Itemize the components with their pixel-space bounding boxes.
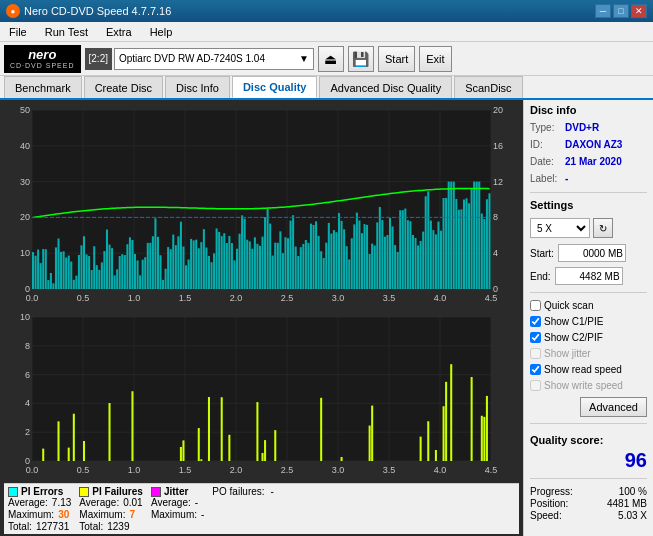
jitter-color	[151, 487, 161, 497]
show-write-speed-row: Show write speed	[530, 380, 647, 391]
label-label: Label:	[530, 172, 562, 186]
jitter-label: Jitter	[164, 486, 188, 497]
pi-failures-stat: PI Failures Average:0.01 Maximum:7 Total…	[79, 486, 143, 532]
tab-disc-info[interactable]: Disc Info	[165, 76, 230, 98]
speed-setting: 5 X Max 1 X 2 X 4 X 8 X ↻	[530, 218, 647, 238]
disc-info-title: Disc info	[530, 104, 647, 116]
app-icon: ●	[6, 4, 20, 18]
pif-avg-label: Average:	[79, 497, 119, 508]
pi-max-label: Maximum:	[8, 509, 54, 520]
show-write-speed-checkbox[interactable]	[530, 380, 541, 391]
pi-avg-label: Average:	[8, 497, 48, 508]
start-button[interactable]: Start	[378, 46, 415, 72]
jitter-avg-val: -	[195, 497, 198, 508]
drive-name: Optiarc DVD RW AD-7240S 1.04	[119, 53, 265, 64]
show-read-speed-checkbox[interactable]	[530, 364, 541, 375]
tab-advanced-disc-quality[interactable]: Advanced Disc Quality	[319, 76, 452, 98]
pif-total-val: 1239	[107, 521, 129, 532]
chart-area: PI Errors Average:7.13 Maximum:30 Total:…	[0, 100, 523, 536]
pif-avg-val: 0.01	[123, 497, 142, 508]
quality-score-value: 96	[530, 449, 647, 472]
end-label: End:	[530, 271, 551, 282]
pi-failures-label: PI Failures	[92, 486, 143, 497]
tab-scan-disc[interactable]: ScanDisc	[454, 76, 522, 98]
pi-failures-color	[79, 487, 89, 497]
nero-logo-sub: CD·DVD SPEED	[10, 62, 75, 70]
progress-label: Progress:	[530, 486, 573, 497]
menu-run-test[interactable]: Run Test	[40, 24, 93, 40]
minimize-button[interactable]: ─	[595, 4, 611, 18]
quality-score-label: Quality score:	[530, 434, 647, 446]
po-label: PO failures:	[212, 486, 264, 497]
quick-scan-checkbox[interactable]	[530, 300, 541, 311]
position-label: Position:	[530, 498, 568, 509]
speed-select[interactable]: 5 X Max 1 X 2 X 4 X 8 X	[530, 218, 590, 238]
tab-create-disc[interactable]: Create Disc	[84, 76, 163, 98]
window-controls[interactable]: ─ □ ✕	[595, 4, 647, 18]
type-label: Type:	[530, 121, 562, 135]
tab-benchmark[interactable]: Benchmark	[4, 76, 82, 98]
refresh-button[interactable]: ↻	[593, 218, 613, 238]
pif-max-val: 7	[129, 509, 135, 520]
advanced-button[interactable]: Advanced	[580, 397, 647, 417]
main-content: PI Errors Average:7.13 Maximum:30 Total:…	[0, 100, 653, 536]
id-label: ID:	[530, 138, 562, 152]
show-c2-label: Show C2/PIF	[544, 332, 603, 343]
stats-bar: PI Errors Average:7.13 Maximum:30 Total:…	[4, 483, 519, 534]
jitter-stat: Jitter Average:- Maximum:-	[151, 486, 204, 532]
pi-max-val: 30	[58, 509, 69, 520]
show-jitter-row: Show jitter	[530, 348, 647, 359]
date-value: 21 Mar 2020	[565, 155, 622, 169]
show-c1-checkbox[interactable]	[530, 316, 541, 327]
save-button[interactable]: 💾	[348, 46, 374, 72]
end-field[interactable]	[555, 267, 623, 285]
show-c2-row: Show C2/PIF	[530, 332, 647, 343]
show-c2-checkbox[interactable]	[530, 332, 541, 343]
menu-extra[interactable]: Extra	[101, 24, 137, 40]
progress-section: Progress: 100 % Position: 4481 MB Speed:…	[530, 485, 647, 522]
pi-total-val: 127731	[36, 521, 69, 532]
eject-button[interactable]: ⏏	[318, 46, 344, 72]
po-val: -	[271, 486, 274, 497]
show-jitter-label: Show jitter	[544, 348, 591, 359]
divider-2	[530, 292, 647, 293]
pif-total-label: Total:	[79, 521, 103, 532]
show-jitter-checkbox[interactable]	[530, 348, 541, 359]
tab-bar: Benchmark Create Disc Disc Info Disc Qua…	[0, 76, 653, 100]
menu-help[interactable]: Help	[145, 24, 178, 40]
start-setting: Start:	[530, 244, 647, 262]
divider-1	[530, 192, 647, 193]
toolbar: nero CD·DVD SPEED [2:2] Optiarc DVD RW A…	[0, 42, 653, 76]
show-write-speed-label: Show write speed	[544, 380, 623, 391]
jitter-max-val: -	[201, 509, 204, 520]
end-setting: End:	[530, 267, 647, 285]
close-button[interactable]: ✕	[631, 4, 647, 18]
start-label: Start:	[530, 248, 554, 259]
po-failures-stat: PO failures:-	[212, 486, 274, 532]
nero-logo-top: nero	[28, 48, 56, 62]
exit-button[interactable]: Exit	[419, 46, 451, 72]
pi-avg-val: 7.13	[52, 497, 71, 508]
menu-file[interactable]: File	[4, 24, 32, 40]
start-field[interactable]	[558, 244, 626, 262]
type-value: DVD+R	[565, 121, 599, 135]
show-read-speed-row: Show read speed	[530, 364, 647, 375]
id-value: DAXON AZ3	[565, 138, 622, 152]
pi-errors-color	[8, 487, 18, 497]
divider-4	[530, 478, 647, 479]
pi-errors-label: PI Errors	[21, 486, 63, 497]
drive-index: [2:2]	[85, 48, 112, 70]
quick-scan-row: Quick scan	[530, 300, 647, 311]
speed-label: Speed:	[530, 510, 562, 521]
drive-dropdown[interactable]: Optiarc DVD RW AD-7240S 1.04 ▼	[114, 48, 314, 70]
side-panel: Disc info Type: DVD+R ID: DAXON AZ3 Date…	[523, 100, 653, 536]
pie-chart	[4, 104, 519, 307]
position-value: 4481 MB	[607, 498, 647, 509]
tab-disc-quality[interactable]: Disc Quality	[232, 76, 318, 98]
show-read-speed-label: Show read speed	[544, 364, 622, 375]
quick-scan-label: Quick scan	[544, 300, 593, 311]
jitter-avg-label: Average:	[151, 497, 191, 508]
dropdown-arrow-icon: ▼	[299, 53, 309, 64]
pif-chart-container	[4, 311, 519, 481]
maximize-button[interactable]: □	[613, 4, 629, 18]
